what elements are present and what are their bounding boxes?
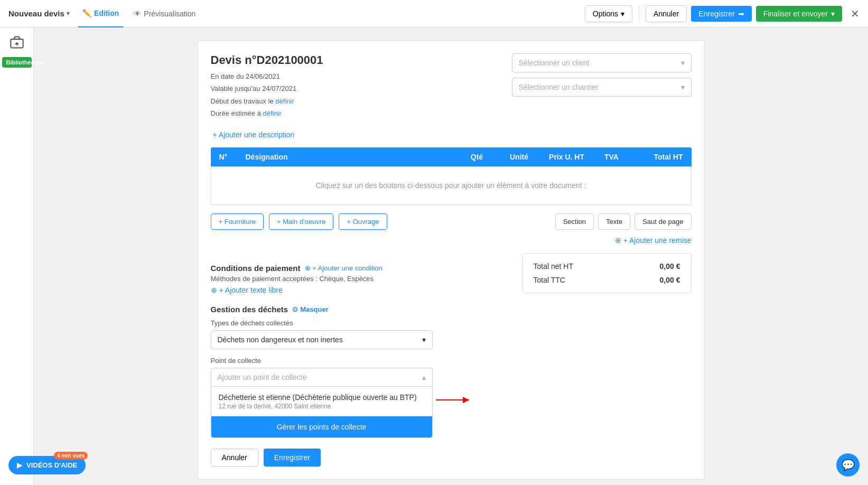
action-row: + Fourniture + Main d'oeuvre + Ouvrage S…: [211, 213, 692, 230]
topbar-right: Options ▾ Annuler Enregistrer ➡ Finalise…: [585, 5, 860, 22]
add-condition-link[interactable]: ⊕ + Ajouter une condition: [305, 264, 382, 272]
sidebar: Bibliothèques: [0, 27, 34, 485]
add-main-doeuvre-button[interactable]: + Main d'oeuvre: [269, 213, 333, 230]
chevron-up-icon: ▴: [422, 373, 426, 381]
eye-icon: 👁: [134, 10, 141, 18]
collecte-item[interactable]: Déchetterie st etienne (Déchèterie publi…: [211, 387, 432, 416]
total-net-ht-label: Total net HT: [534, 262, 573, 271]
payment-conditions: Conditions de paiement ⊕ + Ajouter une c…: [211, 264, 512, 294]
total-ttc-label: Total TTC: [534, 276, 565, 284]
play-icon: ▶: [17, 461, 22, 469]
add-ouvrage-button[interactable]: + Ouvrage: [339, 213, 387, 230]
collecte-name: Déchetterie st etienne (Déchèterie publi…: [219, 393, 425, 402]
collecte-addr: 12 rue de la derive, 42000 Saint etienne: [219, 403, 425, 410]
texte-button[interactable]: Texte: [598, 213, 630, 230]
debut-line: Début des travaux le définir: [211, 95, 323, 107]
date-line: En date du 24/06/2021: [211, 70, 323, 82]
masquer-link[interactable]: ⊙ Masquer: [292, 305, 328, 313]
add-description-link[interactable]: + Ajouter une description: [211, 130, 692, 139]
total-ttc-value: 0,00 €: [660, 276, 680, 284]
add-remise-link[interactable]: ⊕ + Ajouter une remise: [615, 236, 692, 245]
finaliser-button[interactable]: Finaliser et envoyer ▾: [756, 6, 842, 22]
waste-title: Gestion des déchets ⊙ Masquer: [211, 305, 512, 314]
tab-preview[interactable]: 👁 Prévisualisation: [129, 0, 200, 27]
select-client[interactable]: Sélectionner un client ▾: [512, 53, 692, 72]
total-net-ht-row: Total net HT 0,00 €: [534, 262, 680, 271]
manage-collecte-button[interactable]: Gérer les points de collecte: [211, 416, 432, 437]
close-button[interactable]: ✕: [851, 7, 860, 20]
nouveau-devis-label: Nouveau devis: [8, 9, 64, 18]
table-header: N° Désignation Qté Unité Prix U. HT TVA …: [211, 147, 692, 166]
col-qte: Qté: [456, 153, 498, 161]
annuler-button[interactable]: Annuler: [646, 5, 687, 22]
chevron-down-icon: ▾: [67, 10, 70, 17]
duree-link[interactable]: définir: [263, 109, 282, 117]
chevron-down-icon: ▾: [422, 335, 426, 344]
sidebar-icon-package[interactable]: [7, 33, 26, 52]
select-chantier[interactable]: Sélectionner un chantier ▾: [512, 78, 692, 97]
table-empty-message: Cliquez sur un des boutons ci-dessous po…: [211, 166, 692, 205]
collecte-dropdown: Déchetterie st etienne (Déchèterie publi…: [211, 387, 433, 438]
chevron-down-icon: ▾: [621, 10, 624, 18]
client-chantier-selects: Sélectionner un client ▾ Sélectionner un…: [512, 53, 692, 97]
document-card: Devis n°D202100001 En date du 24/06/2021…: [198, 40, 705, 480]
bottom-buttons: Annuler Enregistrer: [211, 449, 512, 467]
duree-line: Durée estimée à définir: [211, 107, 323, 119]
total-net-ht-value: 0,00 €: [660, 262, 680, 271]
divider: [639, 6, 639, 22]
chevron-down-icon: ▾: [681, 83, 685, 91]
chevron-down-icon: ▾: [831, 10, 835, 18]
chevron-down-icon: ▾: [681, 59, 685, 67]
col-tva: TVA: [593, 153, 630, 161]
video-help-button[interactable]: 4 non vues ▶ VIDÉOS D'AIDE: [8, 456, 86, 474]
col-unite: Unité: [498, 153, 540, 161]
validite-line: Valable jusqu'au 24/07/2021: [211, 82, 323, 95]
totals-box: Total net HT 0,00 € Total TTC 0,00 €: [522, 253, 692, 293]
collecte-label: Point de collecte: [211, 357, 512, 365]
topbar-left: Nouveau devis ▾ ✏️ Edition 👁 Prévisualis…: [8, 0, 200, 27]
collecte-dropdown-wrapper: Ajouter un point de collecte ▴ Déchetter…: [211, 368, 433, 438]
chat-icon[interactable]: 💬: [836, 453, 860, 477]
payment-methods: Méthodes de paiement acceptées : Chèque,…: [211, 275, 512, 283]
video-badge: 4 non vues: [54, 452, 88, 460]
add-fourniture-button[interactable]: + Fourniture: [211, 213, 264, 230]
document-title: Devis n°D202100001: [211, 53, 323, 67]
enregistrer-button[interactable]: Enregistrer ➡: [691, 6, 751, 22]
tab-edition[interactable]: ✏️ Edition: [78, 0, 123, 27]
document-header: Devis n°D202100001 En date du 24/06/2021…: [211, 53, 692, 120]
topbar: Nouveau devis ▾ ✏️ Edition 👁 Prévisualis…: [0, 0, 868, 27]
options-button[interactable]: Options ▾: [585, 5, 632, 22]
plus-icon: ⊕: [615, 236, 621, 245]
edit-icon: ✏️: [82, 9, 91, 17]
add-item-buttons: + Fourniture + Main d'oeuvre + Ouvrage: [211, 213, 387, 230]
main-layout: Bibliothèques Devis n°D202100001 En date…: [0, 27, 868, 485]
payment-section: Conditions de paiement ⊕ + Ajouter une c…: [211, 253, 512, 467]
enregistrer-bottom-button[interactable]: Enregistrer: [264, 449, 321, 467]
col-num: N°: [219, 153, 246, 161]
section-button[interactable]: Section: [555, 213, 594, 230]
col-prix-ht: Prix U. HT: [540, 153, 593, 161]
save-icon: ➡: [738, 10, 744, 18]
add-text-link[interactable]: ⊕ + Ajouter texte libre: [211, 286, 512, 294]
section-buttons: Section Texte Saut de page: [555, 213, 692, 230]
col-designation: Désignation: [246, 153, 456, 161]
main-content: Devis n°D202100001 En date du 24/06/2021…: [34, 27, 868, 485]
bibliotheques-button[interactable]: Bibliothèques: [2, 57, 32, 68]
col-total-ht: Total HT: [630, 153, 683, 161]
document-info: En date du 24/06/2021 Valable jusqu'au 2…: [211, 70, 323, 120]
saut-de-page-button[interactable]: Saut de page: [634, 213, 691, 230]
remise-row: ⊕ + Ajouter une remise: [211, 236, 692, 245]
document-meta: Devis n°D202100001 En date du 24/06/2021…: [211, 53, 323, 120]
collecte-input[interactable]: Ajouter un point de collecte ▴: [211, 368, 433, 387]
eye-icon: ⊙: [292, 305, 298, 313]
plus-icon: ⊕: [305, 264, 313, 272]
types-label: Types de déchets collectés: [211, 319, 512, 327]
bottom-area: Conditions de paiement ⊕ + Ajouter une c…: [211, 253, 692, 467]
annuler-bottom-button[interactable]: Annuler: [211, 449, 258, 467]
nouveau-devis-button[interactable]: Nouveau devis ▾: [8, 9, 70, 18]
plus-icon: ⊕: [211, 286, 217, 294]
debut-link[interactable]: définir: [275, 97, 294, 105]
types-select[interactable]: Déchets non dangereux et non inertes ▾: [211, 330, 433, 349]
total-ttc-row: Total TTC 0,00 €: [534, 276, 680, 284]
payment-title: Conditions de paiement ⊕ + Ajouter une c…: [211, 264, 512, 273]
